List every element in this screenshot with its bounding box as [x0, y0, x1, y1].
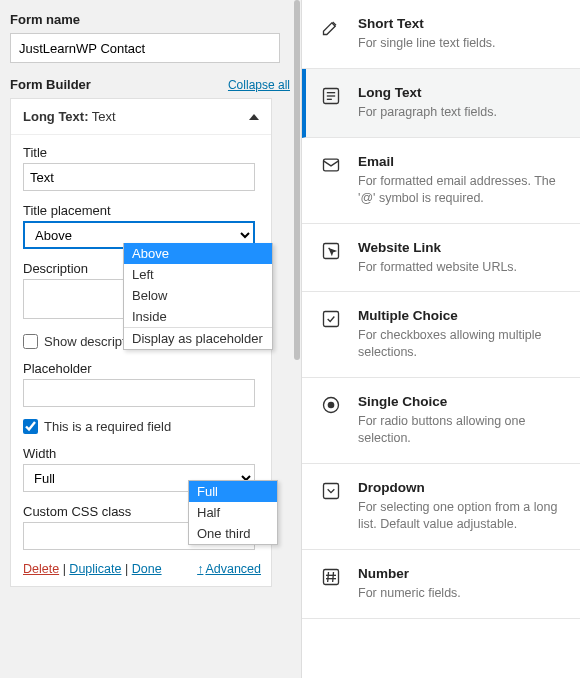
title-placement-dropdown: Above Left Below Inside Display as place… — [123, 243, 273, 350]
placeholder-input[interactable] — [23, 379, 255, 407]
dropdown-option[interactable]: One third — [189, 523, 277, 544]
radio-icon — [320, 394, 342, 416]
panel-title-name: Text — [88, 109, 115, 124]
form-name-input[interactable] — [10, 33, 280, 63]
field-type-email[interactable]: EmailFor formatted email addresses. The … — [302, 138, 580, 224]
dropdown-option[interactable]: Half — [189, 502, 277, 523]
svg-line-11 — [328, 572, 329, 582]
field-type-title: Single Choice — [358, 394, 564, 409]
svg-rect-9 — [324, 483, 339, 498]
svg-line-12 — [333, 572, 334, 582]
dropdown-option[interactable]: Above — [124, 243, 272, 264]
field-type-title: Website Link — [358, 240, 517, 255]
svg-rect-10 — [324, 569, 339, 584]
form-name-label: Form name — [10, 12, 289, 27]
hash-icon — [320, 566, 342, 588]
dropdown-option[interactable]: Below — [124, 285, 272, 306]
field-types-list: Short TextFor single line text fields.Lo… — [302, 0, 580, 678]
field-type-desc: For paragraph text fields. — [358, 104, 497, 121]
field-settings-panel: Long Text: Text Title Title placement Ab… — [10, 98, 272, 587]
collapse-all-link[interactable]: Collapse all — [228, 78, 290, 92]
dropdown-option[interactable]: Full — [189, 481, 277, 502]
field-type-dropdown[interactable]: DropdownFor selecting one option from a … — [302, 464, 580, 550]
done-link[interactable]: Done — [132, 562, 162, 576]
chevron-up-icon — [249, 114, 259, 120]
field-type-desc: For checkboxes allowing multiple selecti… — [358, 327, 564, 361]
title-input[interactable] — [23, 163, 255, 191]
svg-point-8 — [328, 402, 335, 409]
field-type-website[interactable]: Website LinkFor formatted website URLs. — [302, 224, 580, 293]
required-checkbox[interactable] — [23, 419, 38, 434]
form-builder-label: Form Builder — [10, 77, 91, 92]
scrollbar-track — [293, 0, 301, 678]
title-label: Title — [23, 145, 259, 160]
field-type-desc: For formatted website URLs. — [358, 259, 517, 276]
panel-title-type: Long Text: — [23, 109, 88, 124]
scrollbar-thumb[interactable] — [294, 0, 300, 360]
field-type-desc: For numeric fields. — [358, 585, 461, 602]
chevdown-icon — [320, 480, 342, 502]
mail-icon — [320, 154, 342, 176]
duplicate-link[interactable]: Duplicate — [69, 562, 121, 576]
field-type-number[interactable]: NumberFor numeric fields. — [302, 550, 580, 619]
panel-header[interactable]: Long Text: Text — [11, 99, 271, 135]
field-type-title: Email — [358, 154, 564, 169]
advanced-link[interactable]: Advanced — [197, 562, 261, 576]
lines-icon — [320, 85, 342, 107]
field-type-desc: For formatted email addresses. The '@' s… — [358, 173, 564, 207]
delete-link[interactable]: Delete — [23, 562, 59, 576]
field-type-single[interactable]: Single ChoiceFor radio buttons allowing … — [302, 378, 580, 464]
width-dropdown: Full Half One third — [188, 480, 278, 545]
field-type-title: Number — [358, 566, 461, 581]
field-type-desc: For single line text fields. — [358, 35, 496, 52]
check-icon — [320, 308, 342, 330]
svg-rect-6 — [324, 312, 339, 327]
width-label: Width — [23, 446, 259, 461]
field-type-title: Dropdown — [358, 480, 564, 495]
required-label: This is a required field — [44, 419, 171, 434]
field-type-title: Long Text — [358, 85, 497, 100]
placeholder-label: Placeholder — [23, 361, 259, 376]
svg-rect-4 — [324, 159, 339, 171]
title-placement-label: Title placement — [23, 203, 255, 218]
dropdown-option[interactable]: Inside — [124, 306, 272, 327]
field-type-desc: For selecting one option from a long lis… — [358, 499, 564, 533]
field-type-short-text[interactable]: Short TextFor single line text fields. — [302, 0, 580, 69]
dropdown-option[interactable]: Left — [124, 264, 272, 285]
show-tooltip-checkbox[interactable] — [23, 334, 38, 349]
field-type-long-text[interactable]: Long TextFor paragraph text fields. — [302, 69, 580, 138]
pencil-icon — [320, 16, 342, 38]
field-type-multiple[interactable]: Multiple ChoiceFor checkboxes allowing m… — [302, 292, 580, 378]
field-type-desc: For radio buttons allowing one selection… — [358, 413, 564, 447]
cursor-icon — [320, 240, 342, 262]
dropdown-option[interactable]: Display as placeholder — [124, 327, 272, 349]
field-type-title: Multiple Choice — [358, 308, 564, 323]
form-editor-panel: Form name Form Builder Collapse all Long… — [0, 0, 302, 678]
field-type-title: Short Text — [358, 16, 496, 31]
